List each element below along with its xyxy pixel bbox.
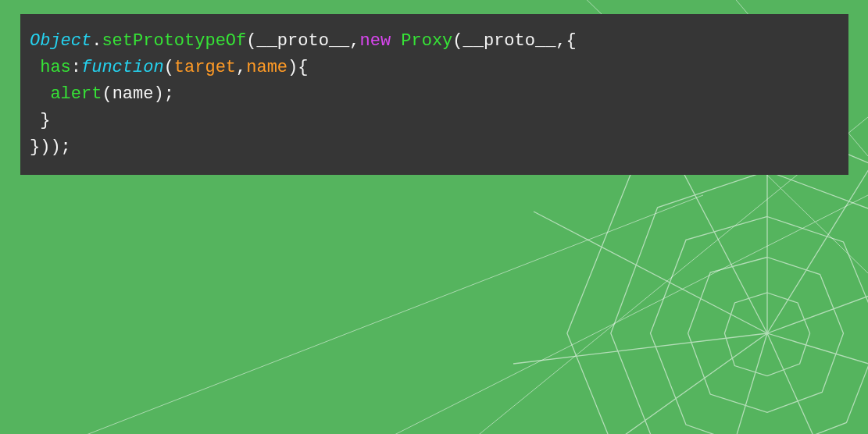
token-semi: ; [164,84,174,104]
code-line-4: } [30,111,50,130]
token-object: Object [30,31,91,51]
page-canvas: Object.setPrototypeOf(__proto__,new Prox… [0,0,868,434]
svg-marker-18 [611,171,868,434]
code-line-2: has:function(target,name){ [30,58,308,77]
token-lparen: ( [246,31,256,51]
token-space [391,31,401,51]
svg-line-11 [554,333,767,434]
svg-line-12 [513,333,767,364]
token-alert: alert [50,84,102,104]
code-line-5: })); [30,137,71,157]
svg-line-10 [706,333,767,434]
token-rparen: ) [288,58,298,77]
token-indent [30,111,40,130]
svg-marker-16 [688,258,844,413]
svg-line-4 [0,195,703,434]
token-lparen: ( [452,31,463,51]
code-snippet: Object.setPrototypeOf(__proto__,new Prox… [20,14,848,175]
svg-line-13 [534,212,767,333]
token-lparen: ( [102,84,112,104]
svg-marker-15 [724,293,809,376]
token-dot: . [91,31,102,51]
token-method: setPrototypeOf [102,31,246,51]
token-rbrace: } [30,137,40,157]
token-proto: __proto__ [256,31,349,51]
token-function: function [81,58,164,77]
token-indent [30,58,40,77]
token-new: new [360,31,391,51]
token-proxy: Proxy [401,31,452,51]
svg-line-9 [767,333,859,434]
token-target: target [174,58,236,77]
token-rparen: ) [40,137,50,157]
token-comma: , [555,31,566,51]
token-lbrace: { [566,31,577,51]
token-proto: __proto__ [463,31,556,51]
token-rparen: ) [50,137,60,157]
token-colon: : [71,58,81,77]
token-lbrace: { [298,58,308,77]
token-rparen: ) [153,84,163,104]
token-rbrace: } [40,111,50,130]
svg-marker-17 [651,217,869,435]
token-name: name [246,58,288,77]
token-semi: ; [61,137,71,157]
token-indent [30,84,50,104]
svg-line-7 [767,262,868,333]
token-has: has [40,58,71,77]
svg-line-8 [767,333,868,394]
token-comma: , [349,31,359,51]
svg-line-0 [328,195,868,434]
token-name: name [113,84,154,104]
code-line-1: Object.setPrototypeOf(__proto__,new Prox… [30,31,577,51]
code-line-3: alert(name); [30,84,174,104]
token-comma: , [236,58,246,77]
token-lparen: ( [164,58,174,77]
